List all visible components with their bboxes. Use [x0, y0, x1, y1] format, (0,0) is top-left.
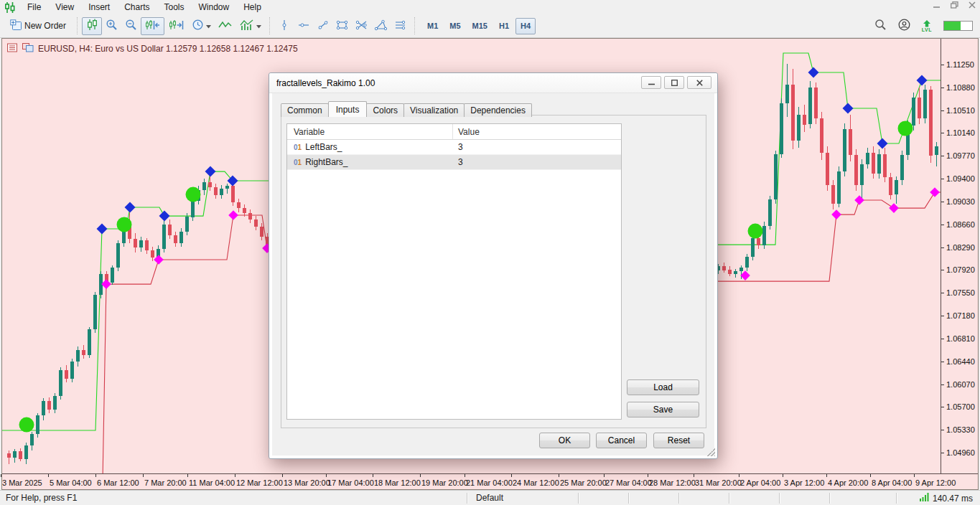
candlestick-chart-button[interactable] — [82, 17, 102, 35]
search-icon[interactable] — [874, 19, 887, 33]
triangle-icon — [375, 19, 387, 33]
price-label: 1.07180 — [946, 311, 975, 320]
time-label: 6 Mar 12:00 — [97, 478, 139, 487]
lvl-icon[interactable]: LVL — [922, 20, 932, 32]
price-tick — [941, 293, 944, 293]
dialog-title: fractallevels_Rakimo 1.00 — [276, 78, 375, 88]
restore-button[interactable] — [951, 1, 958, 9]
quotes-panel-icon[interactable] — [7, 43, 18, 55]
price-label: 1.06810 — [946, 334, 975, 343]
param-value[interactable]: 3 — [453, 157, 621, 167]
dialog-maximize-button[interactable] — [664, 76, 684, 89]
time-axis[interactable]: 3 Mar 2025 5 Mar 04:00 6 Mar 12:00 7 Mar… — [2, 473, 978, 489]
tab-visualization[interactable]: Visualization — [403, 103, 465, 117]
time-tick — [914, 474, 915, 477]
value-column-header[interactable]: Value — [453, 127, 621, 137]
indicators-button[interactable] — [236, 17, 265, 35]
timeframe-M1[interactable]: M1 — [422, 18, 443, 34]
param-row-RightBars_[interactable]: 01RightBars_ 3 — [287, 155, 621, 170]
ok-button[interactable]: OK — [539, 433, 590, 448]
chevron-down-icon — [206, 21, 211, 31]
chart-windows-icon[interactable] — [22, 42, 34, 55]
zoom-in-button[interactable] — [102, 17, 121, 35]
equidistant-channel-tool[interactable] — [332, 17, 352, 35]
time-tick — [373, 474, 373, 477]
price-tick — [941, 65, 944, 65]
dialog-titlebar[interactable]: fractallevels_Rakimo 1.00 — [269, 73, 717, 93]
load-button[interactable]: Load — [627, 379, 699, 395]
timeframe-M5[interactable]: M5 — [444, 18, 465, 34]
timeframe-M15[interactable]: M15 — [467, 18, 493, 34]
cancel-button[interactable]: Cancel — [596, 433, 647, 448]
price-label: 1.08660 — [946, 220, 975, 229]
time-label: 28 Mar 12:00 — [649, 478, 696, 487]
time-tick — [326, 474, 327, 477]
close-button[interactable] — [969, 1, 976, 9]
time-label: 9 Apr 12:00 — [915, 478, 956, 487]
account-icon[interactable] — [898, 19, 910, 33]
price-tick — [941, 384, 944, 385]
price-label: 1.09400 — [946, 174, 975, 183]
tab-inputs[interactable]: Inputs — [328, 101, 368, 117]
profile-label[interactable]: Default — [476, 493, 503, 503]
new-order-icon — [10, 19, 22, 33]
time-label: 21 Mar 04:00 — [466, 478, 513, 487]
tab-dependencies[interactable]: Dependencies — [464, 103, 532, 117]
connection-gauge-fill — [944, 22, 961, 30]
reset-button[interactable]: Reset — [653, 433, 704, 448]
tab-common[interactable]: Common — [281, 103, 329, 117]
param-value[interactable]: 3 — [453, 142, 621, 152]
status-bar: For Help, press F1 Default 140.47 ms — [0, 490, 980, 505]
connection-status[interactable]: 140.47 ms — [920, 493, 973, 504]
zoom-out-button[interactable] — [121, 17, 141, 35]
timeframe-H4[interactable]: H4 — [515, 18, 536, 34]
time-label: 31 Mar 20:00 — [695, 478, 742, 487]
vertical-line-tool[interactable] — [274, 17, 294, 35]
help-text: For Help, press F1 — [6, 493, 77, 503]
price-axis[interactable]: 1.11250 1.10880 1.10510 1.10140 1.09770 … — [941, 39, 978, 473]
price-label: 1.08290 — [946, 243, 975, 252]
menu-tools[interactable]: Tools — [157, 1, 192, 14]
menu-bar: FileViewInsertChartsToolsWindowHelp — [0, 0, 980, 14]
param-name: LeftBars_ — [305, 142, 342, 152]
menu-view[interactable]: View — [48, 1, 81, 14]
horizontal-line-tool[interactable] — [294, 17, 313, 35]
timeframe-H1[interactable]: H1 — [494, 18, 514, 34]
price-label: 1.10880 — [946, 83, 975, 92]
menu-insert[interactable]: Insert — [81, 1, 117, 14]
chart-shift-button[interactable] — [164, 17, 188, 35]
time-label: 24 Mar 12:00 — [513, 478, 559, 487]
price-label: 1.11250 — [946, 60, 974, 69]
resize-grip[interactable] — [707, 448, 715, 456]
pitchfork-tool[interactable] — [352, 17, 371, 35]
price-label: 1.05330 — [946, 425, 975, 434]
param-row-LeftBars_[interactable]: 01LeftBars_ 3 — [287, 140, 621, 155]
variable-column-header[interactable]: Variable — [287, 124, 453, 139]
triangle-tool[interactable] — [371, 17, 391, 35]
save-button[interactable]: Save — [627, 402, 699, 417]
menu-window[interactable]: Window — [192, 1, 237, 14]
trendline-tool[interactable] — [313, 17, 332, 35]
dialog-close-button[interactable] — [687, 76, 711, 89]
connection-gauge[interactable] — [943, 21, 973, 31]
menu-help[interactable]: Help — [236, 1, 269, 14]
price-tick — [941, 453, 944, 453]
menu-file[interactable]: File — [20, 1, 48, 14]
time-tick — [511, 474, 512, 477]
price-tick — [941, 430, 944, 430]
minimize-button[interactable] — [933, 2, 941, 9]
new-order-button[interactable]: New Order — [4, 17, 73, 35]
time-label: 18 Mar 12:00 — [374, 478, 421, 487]
tick-chart-button[interactable] — [215, 17, 236, 35]
dialog-minimize-button[interactable] — [641, 76, 661, 89]
candlestick-chart-icon — [85, 19, 98, 33]
menu-charts[interactable]: Charts — [117, 1, 157, 14]
levels-tool[interactable] — [391, 17, 410, 35]
auto-scroll-button[interactable] — [141, 17, 164, 35]
tab-colors[interactable]: Colors — [366, 103, 404, 117]
price-label: 1.06070 — [946, 380, 975, 389]
price-label: 1.09030 — [946, 197, 975, 206]
lvl-label: LVL — [922, 27, 932, 32]
integer-type-icon: 01 — [294, 143, 302, 151]
period-button[interactable] — [188, 17, 215, 35]
